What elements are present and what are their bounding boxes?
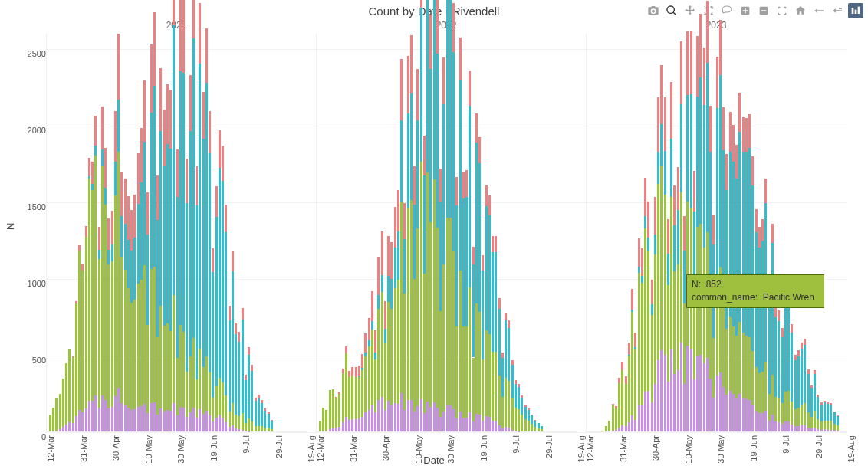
bar-segment[interactable] <box>351 419 353 431</box>
bar-segment[interactable] <box>189 356 192 412</box>
bar-segment[interactable] <box>716 57 718 108</box>
bar-segment[interactable] <box>345 417 347 431</box>
bar-segment[interactable] <box>722 307 725 386</box>
bar-segment[interactable] <box>124 270 127 405</box>
bar-segment[interactable] <box>508 381 510 428</box>
bar-segment[interactable] <box>133 195 136 238</box>
bar-segment[interactable] <box>814 374 816 411</box>
bar-segment[interactable] <box>222 382 224 418</box>
bar-segment[interactable] <box>238 416 240 429</box>
bar-segment[interactable] <box>199 349 201 409</box>
bar-segment[interactable] <box>229 412 231 427</box>
bar-segment[interactable] <box>88 401 90 431</box>
bar-segment[interactable] <box>449 405 452 431</box>
bar-segment[interactable] <box>538 428 540 431</box>
bar-segment[interactable] <box>140 128 143 182</box>
bar-segment[interactable] <box>478 312 481 415</box>
bar-segment[interactable] <box>325 431 327 431</box>
bar-segment[interactable] <box>534 427 536 431</box>
bar-segment[interactable] <box>528 408 530 410</box>
bar-segment[interactable] <box>677 264 679 370</box>
bar-segment[interactable] <box>664 97 666 152</box>
bar-segment[interactable] <box>209 153 211 372</box>
bar-segment[interactable] <box>368 318 370 341</box>
bar-segment[interactable] <box>628 355 630 356</box>
bar-segment[interactable] <box>725 329 728 395</box>
bar-segment[interactable] <box>518 409 520 431</box>
bar-segment[interactable] <box>219 415 221 431</box>
bar-segment[interactable] <box>452 251 455 409</box>
bar-segment[interactable] <box>426 402 429 431</box>
bar-segment[interactable] <box>631 312 633 416</box>
bar-segment[interactable] <box>719 372 722 431</box>
bar-segment[interactable] <box>229 306 231 320</box>
bar-segment[interactable] <box>462 198 465 326</box>
bar-segment[interactable] <box>335 398 337 428</box>
bar-segment[interactable] <box>104 400 107 431</box>
bar-segment[interactable] <box>634 349 636 420</box>
bar-segment[interactable] <box>625 426 627 431</box>
bar-segment[interactable] <box>686 95 689 202</box>
bar-segment[interactable] <box>442 57 445 104</box>
bar-segment[interactable] <box>196 166 198 205</box>
bar-segment[interactable] <box>111 261 113 407</box>
bar-segment[interactable] <box>78 251 81 410</box>
bar-segment[interactable] <box>140 406 143 431</box>
bar-segment[interactable] <box>735 145 738 179</box>
bar-segment[interactable] <box>452 52 455 251</box>
bar-segment[interactable] <box>657 152 659 184</box>
bar-segment[interactable] <box>153 86 156 267</box>
bar-segment[interactable] <box>255 401 257 426</box>
bar-segment[interactable] <box>72 356 74 357</box>
bar-segment[interactable] <box>452 409 455 431</box>
bar-segment[interactable] <box>416 406 419 431</box>
bar-segment[interactable] <box>641 276 643 283</box>
bar-segment[interactable] <box>55 398 58 431</box>
bar-segment[interactable] <box>699 355 702 431</box>
bar-segment[interactable] <box>423 413 426 431</box>
bar-segment[interactable] <box>182 0 185 73</box>
bar-segment[interactable] <box>817 397 819 418</box>
bar-segment[interactable] <box>801 343 803 349</box>
bar-segment[interactable] <box>475 143 478 303</box>
bar-segment[interactable] <box>355 419 357 431</box>
bar-segment[interactable] <box>505 320 507 377</box>
bar-segment[interactable] <box>133 409 136 431</box>
bar-segment[interactable] <box>264 408 266 411</box>
bar-segment[interactable] <box>641 248 643 275</box>
bar-segment[interactable] <box>612 431 614 431</box>
bar-segment[interactable] <box>833 412 836 424</box>
bar-segment[interactable] <box>738 394 741 431</box>
bar-segment[interactable] <box>358 366 360 377</box>
bar-segment[interactable] <box>205 28 208 83</box>
bar-segment[interactable] <box>433 0 436 179</box>
bar-segment[interactable] <box>104 205 107 399</box>
bar-segment[interactable] <box>482 421 484 431</box>
bar-segment[interactable] <box>192 0 195 38</box>
bar-segment[interactable] <box>797 356 800 408</box>
bar-segment[interactable] <box>420 399 422 431</box>
bar-segment[interactable] <box>176 197 179 358</box>
bar-segment[interactable] <box>229 320 231 412</box>
bar-segment[interactable] <box>143 80 146 142</box>
bar-segment[interactable] <box>732 125 735 162</box>
bar-segment[interactable] <box>413 205 416 280</box>
bar-segment[interactable] <box>192 338 195 408</box>
facet-panel-2021[interactable] <box>46 34 307 432</box>
bar-segment[interactable] <box>219 378 221 415</box>
bar-segment[interactable] <box>251 421 253 431</box>
bar-segment[interactable] <box>508 428 510 431</box>
bar-segment[interactable] <box>690 349 692 431</box>
bar-segment[interactable] <box>472 421 475 431</box>
bar-segment[interactable] <box>673 271 676 373</box>
bar-segment[interactable] <box>429 222 432 408</box>
bar-segment[interactable] <box>495 352 497 421</box>
bar-segment[interactable] <box>169 411 172 431</box>
bar-segment[interactable] <box>186 159 188 204</box>
lasso-icon[interactable] <box>719 3 735 18</box>
bar-segment[interactable] <box>264 428 266 431</box>
bar-segment[interactable] <box>455 326 458 418</box>
bar-segment[interactable] <box>169 331 172 411</box>
bar-segment[interactable] <box>374 330 376 352</box>
bar-segment[interactable] <box>98 227 100 250</box>
